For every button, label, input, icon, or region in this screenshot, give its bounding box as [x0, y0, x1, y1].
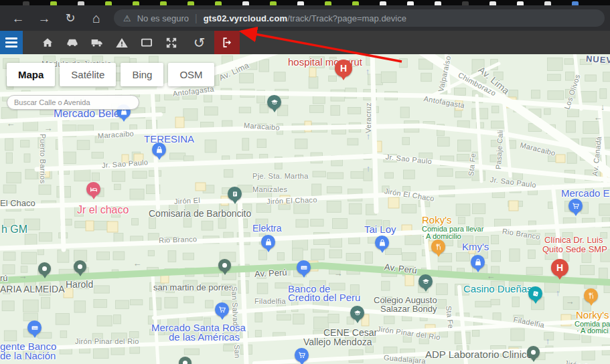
- poi-label[interactable]: Elektra: [252, 223, 282, 234]
- cart-marker[interactable]: [568, 199, 583, 213]
- edu-marker[interactable]: [267, 95, 281, 109]
- forward-button[interactable]: →: [35, 12, 53, 25]
- poi-label[interactable]: · A domici: [577, 327, 609, 335]
- bank-marker[interactable]: 100: [27, 321, 42, 335]
- street-label: Puerto Barrios: [39, 134, 47, 184]
- street-direction-arrow: ←: [133, 259, 142, 268]
- back-button[interactable]: ←: [9, 12, 27, 25]
- cart-marker[interactable]: [215, 302, 229, 316]
- browser-tab-strip[interactable]: [0, 0, 610, 5]
- edu-marker[interactable]: [418, 274, 433, 288]
- street-direction-arrow: ↑: [366, 67, 370, 76]
- street-label: Comisaria de Barboncito: [149, 209, 251, 219]
- street-label: rú: [0, 274, 8, 283]
- reload-button[interactable]: ↻: [62, 12, 79, 24]
- url-bar[interactable]: ⚠ No es seguro | gts02.vyrcloud.com/trac…: [114, 9, 605, 27]
- bank-marker[interactable]: 100: [297, 260, 311, 274]
- food-marker[interactable]: [431, 240, 445, 254]
- logout-icon: [221, 36, 234, 49]
- shop-marker[interactable]: [261, 235, 275, 249]
- shop-marker[interactable]: [375, 236, 389, 250]
- vehicles-button[interactable]: [60, 31, 84, 54]
- poi-label[interactable]: Credito del Peru: [288, 292, 360, 304]
- pin-marker[interactable]: [38, 262, 51, 275]
- street-label: Salazar Bondy: [380, 304, 437, 314]
- poi-label[interactable]: · A domicilio: [422, 232, 461, 240]
- map-type-controls: Mapa Satélite Bing OSM: [7, 63, 214, 86]
- street-direction-arrow: ↑: [366, 164, 371, 173]
- map-type-bing-button[interactable]: Bing: [121, 63, 163, 86]
- street-label: Harold: [66, 280, 93, 290]
- fullscreen-button[interactable]: [159, 31, 183, 54]
- app-toolbar: ↺: [0, 31, 610, 54]
- street-label: San: [233, 345, 242, 359]
- car-icon: [66, 36, 79, 50]
- poi-label[interactable]: Mercado El: [561, 188, 610, 199]
- street-direction-arrow: →: [334, 269, 343, 278]
- svg-text:100: 100: [301, 266, 307, 269]
- menu-icon: [5, 37, 17, 48]
- security-label: No es seguro: [137, 13, 189, 23]
- street-direction-arrow: ↑: [546, 337, 550, 345]
- edu-marker[interactable]: [350, 306, 364, 320]
- food-marker[interactable]: [584, 288, 598, 302]
- poi-label[interactable]: de la Nación: [0, 351, 56, 362]
- logout-button[interactable]: [214, 31, 240, 54]
- shop-marker[interactable]: [471, 255, 485, 269]
- street-label: Manizales: [252, 185, 287, 193]
- hotel-marker[interactable]: [86, 182, 100, 196]
- fleet-button[interactable]: [84, 31, 109, 54]
- pin-marker[interactable]: [218, 259, 231, 272]
- street-direction-arrow: ←: [487, 272, 495, 280]
- street-direction-arrow: ←: [594, 113, 603, 122]
- pin-marker[interactable]: [527, 346, 540, 359]
- street-label: NUEV: [586, 54, 610, 66]
- browser-home-button[interactable]: ⌂: [88, 11, 105, 25]
- map-type-satelite-button[interactable]: Satélite: [60, 63, 116, 86]
- street-direction-arrow: ↑: [556, 288, 560, 297]
- poi-label[interactable]: Kmy's: [462, 242, 489, 253]
- poi-label[interactable]: Jr el chaco: [77, 204, 129, 216]
- street-label: san martin de porres: [153, 283, 233, 292]
- window-icon: [140, 36, 153, 50]
- map-type-osm-button[interactable]: OSM: [168, 63, 214, 86]
- cart-marker[interactable]: [295, 348, 309, 362]
- toolbar-icons: ↺: [35, 31, 212, 54]
- url-host: gts02.vyrcloud.com: [204, 13, 288, 23]
- street-label: Jirón Pinar del Rio: [75, 337, 139, 345]
- shop-marker[interactable]: [152, 143, 166, 157]
- svg-text:100: 100: [32, 326, 37, 329]
- alerts-button[interactable]: [109, 31, 134, 54]
- street-direction-arrow: →: [566, 297, 575, 306]
- map-type-mapa-button[interactable]: Mapa: [7, 63, 55, 86]
- poi-label[interactable]: Tai Loy: [364, 224, 396, 236]
- security-warning-icon: ⚠: [123, 13, 131, 23]
- poi-label[interactable]: de las Américas: [169, 332, 240, 343]
- url-separator: |: [195, 13, 198, 23]
- street-label: Veracruz: [364, 102, 372, 133]
- warning-triangle-icon: [115, 36, 129, 50]
- hospital-marker[interactable]: H: [551, 259, 568, 276]
- home-icon: [41, 36, 54, 50]
- casino-marker[interactable]: [528, 286, 542, 300]
- hospital-marker[interactable]: H: [335, 60, 352, 77]
- poi-label[interactable]: Quito Sede SMP: [542, 245, 607, 254]
- refresh-button[interactable]: ↺: [187, 31, 212, 54]
- street-label: Pje. Sta. Martha: [252, 172, 309, 180]
- map-canvas[interactable]: ←→↑↑↑→←→←↑→↑↓← Modulo de JusticiaAv. Lim…: [0, 54, 610, 364]
- search-input[interactable]: [7, 95, 139, 110]
- browser-toolbar: ← → ↻ ⌂ ⚠ No es seguro | gts02.vyrcloud.…: [0, 5, 610, 31]
- windows-button[interactable]: [134, 31, 159, 54]
- pin-marker[interactable]: [74, 260, 86, 273]
- street-label: Jirón El: [174, 196, 201, 205]
- poi-label[interactable]: Casino Dueñas: [463, 284, 532, 295]
- menu-button[interactable]: [0, 31, 23, 54]
- street-label: h GM: [1, 223, 27, 236]
- police-marker[interactable]: [228, 187, 242, 201]
- street-label: Av. Perú: [254, 268, 287, 279]
- poi-label[interactable]: TERESINA: [144, 134, 194, 145]
- home-button[interactable]: [35, 31, 60, 54]
- street-direction-arrow: →: [44, 124, 53, 132]
- street-label: ADP Laboratorio Clinico: [425, 349, 532, 361]
- street-direction-arrow: ↓: [601, 102, 605, 111]
